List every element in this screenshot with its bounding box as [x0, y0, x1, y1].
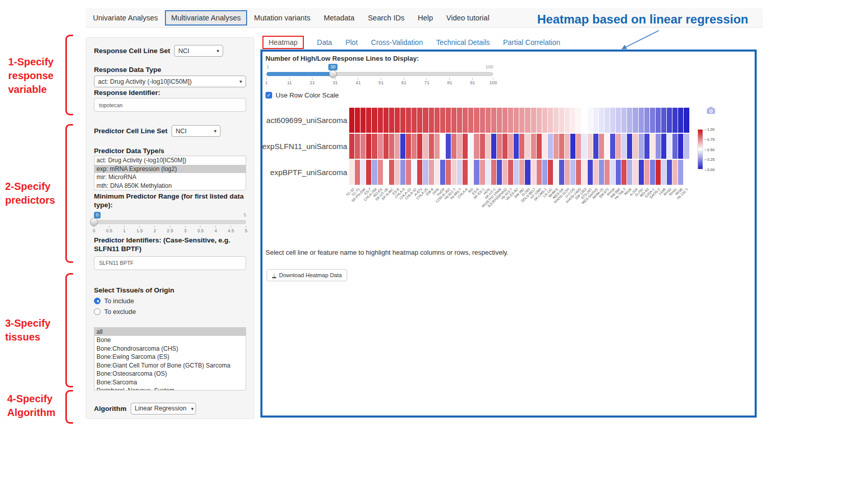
tissue-option[interactable]: Bone:Osteosarcoma (OS) [94, 370, 246, 378]
heatmap-cell[interactable] [417, 160, 422, 185]
heatmap-cell[interactable] [684, 160, 689, 185]
heatmap-cell[interactable] [525, 134, 530, 159]
heatmap-cell[interactable] [559, 134, 564, 159]
heatmap-cell[interactable] [349, 134, 354, 159]
heatmap-cell[interactable] [502, 160, 508, 185]
heatmap-cell[interactable] [672, 160, 678, 185]
heatmap-cell[interactable] [593, 108, 598, 133]
predictor-data-types-listbox[interactable]: act: Drug Activity (-log10[IC50M])exp: m… [94, 156, 246, 190]
heatmap-cell[interactable] [627, 108, 632, 133]
heatmap-cell[interactable] [423, 108, 428, 133]
heatmap-cell[interactable] [446, 160, 451, 185]
heatmap-cell[interactable] [667, 160, 672, 185]
heatmap-cell[interactable] [378, 160, 383, 185]
heatmap-cell[interactable] [406, 134, 411, 159]
algorithm-select[interactable]: Linear Regression ▾ [131, 403, 196, 414]
tab-data[interactable]: Data [317, 38, 332, 46]
heatmap-cell[interactable] [553, 160, 559, 185]
heatmap-cell[interactable] [537, 134, 542, 159]
heatmap-cell[interactable] [661, 160, 666, 185]
heatmap-cell[interactable] [383, 108, 389, 133]
heatmap-cell[interactable] [605, 134, 610, 159]
heatmap-cell[interactable] [468, 134, 473, 159]
heatmap-cell[interactable] [412, 134, 417, 159]
tab-technical-details[interactable]: Technical Details [436, 38, 490, 46]
heatmap-cell[interactable] [480, 134, 485, 159]
heatmap-cell[interactable] [644, 108, 649, 133]
heatmap-cell[interactable] [491, 134, 496, 159]
heatmap-cell[interactable] [627, 134, 632, 159]
heatmap-cell[interactable] [519, 160, 524, 185]
heatmap-cell[interactable] [412, 108, 417, 133]
heatmap-cell[interactable] [389, 134, 394, 159]
heatmap-cell[interactable] [468, 160, 473, 185]
heatmap-cell[interactable] [656, 160, 661, 185]
nav-tab-metadata[interactable]: Metadata [318, 10, 360, 26]
heatmap-cell[interactable] [355, 134, 360, 159]
heatmap-cell[interactable] [491, 160, 496, 185]
heatmap-cell[interactable] [650, 134, 655, 159]
heatmap-cell[interactable] [537, 160, 542, 185]
heatmap-cell[interactable] [502, 108, 508, 133]
heatmap-cell[interactable] [366, 160, 371, 185]
heatmap-cell[interactable] [525, 160, 530, 185]
heatmap-cell[interactable] [616, 160, 621, 185]
tissue-option[interactable]: all [94, 328, 246, 336]
heatmap-cell[interactable] [406, 108, 411, 133]
nav-tab-help[interactable]: Help [412, 10, 439, 26]
tab-plot[interactable]: Plot [345, 38, 357, 46]
tissue-option[interactable]: Peripheral_Nervous_System [94, 386, 246, 391]
heatmap-cell[interactable] [457, 160, 462, 185]
heatmap-cell[interactable] [593, 134, 598, 159]
heatmap-cell[interactable] [440, 134, 445, 159]
tissue-exclude-radio[interactable]: To exclude [94, 306, 246, 317]
heatmap-cell[interactable] [621, 134, 626, 159]
heatmap-cell[interactable] [531, 108, 536, 133]
heatmap-cell[interactable] [559, 108, 564, 133]
heatmap-cell[interactable] [474, 108, 479, 133]
heatmap-cell[interactable] [644, 134, 649, 159]
slider-track[interactable] [94, 220, 246, 224]
heatmap-cell[interactable] [451, 134, 456, 159]
response-lines-slider[interactable]: 1100301112131415161718191100 [267, 64, 493, 87]
nav-tab-univariate-analyses[interactable]: Univariate Analyses [87, 10, 164, 26]
heatmap-cell[interactable] [678, 108, 683, 133]
heatmap-cell[interactable] [639, 160, 644, 185]
heatmap-cell[interactable] [446, 108, 451, 133]
heatmap-cell[interactable] [395, 160, 400, 185]
nav-tab-video-tutorial[interactable]: Video tutorial [440, 10, 495, 26]
heatmap-cell[interactable] [457, 134, 462, 159]
predictor-cell-line-set-select[interactable]: NCI ▾ [172, 125, 221, 137]
heatmap-cell[interactable] [514, 160, 519, 185]
heatmap-cell[interactable] [423, 160, 428, 185]
response-cell-line-set-select[interactable]: NCI ▾ [174, 45, 223, 57]
heatmap-cell[interactable] [480, 108, 485, 133]
heatmap-cell[interactable] [576, 108, 581, 133]
heatmap-cell[interactable] [378, 108, 383, 133]
heatmap-cell[interactable] [639, 134, 644, 159]
heatmap-cell[interactable] [429, 108, 434, 133]
heatmap-cell[interactable] [435, 160, 440, 185]
tissue-option[interactable]: Bone:Giant Cell Tumor of Bone (GCTB) Sar… [94, 361, 246, 370]
heatmap-cell[interactable] [486, 108, 491, 133]
download-heatmap-data-button[interactable]: ↓ Download Heatmap Data [267, 269, 347, 281]
heatmap-cell[interactable] [497, 134, 502, 159]
heatmap-row-label[interactable]: expSLFN11_uniSarcoma [262, 134, 347, 159]
heatmap-cell[interactable] [588, 108, 593, 133]
heatmap-cell[interactable] [582, 134, 587, 159]
heatmap-cell[interactable] [616, 134, 621, 159]
predictor-data-type-option[interactable]: act: Drug Activity (-log10[IC50M]) [94, 156, 246, 165]
heatmap-cell[interactable] [463, 108, 468, 133]
heatmap-cell[interactable] [366, 108, 371, 133]
heatmap-cell[interactable] [497, 160, 502, 185]
heatmap-cell[interactable] [383, 134, 389, 159]
heatmap-cell[interactable] [684, 108, 689, 133]
heatmap-cell[interactable] [616, 108, 621, 133]
min-predictor-range-slider[interactable]: 05000.511.522.533.544.55 [94, 212, 246, 235]
heatmap-cell[interactable] [468, 108, 473, 133]
heatmap-cell[interactable] [514, 108, 519, 133]
heatmap-row-label[interactable]: act609699_uniSarcoma [262, 108, 347, 133]
heatmap-cell[interactable] [486, 134, 491, 159]
heatmap-cell[interactable] [678, 134, 683, 159]
heatmap-cell[interactable] [639, 108, 644, 133]
